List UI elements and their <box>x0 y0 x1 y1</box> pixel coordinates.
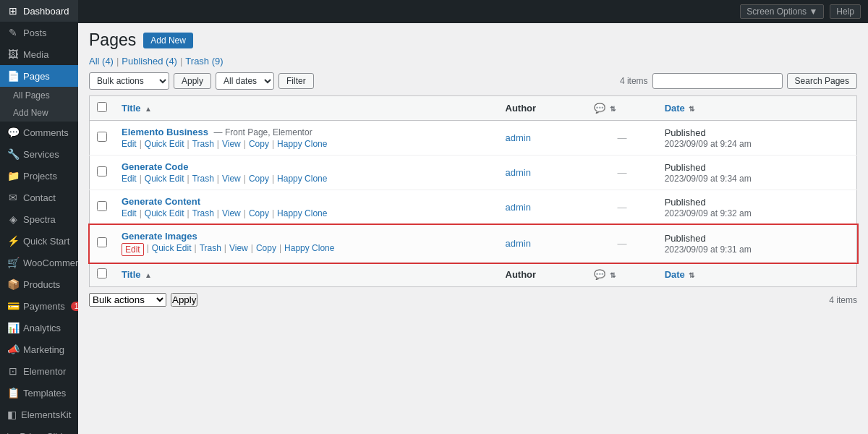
add-new-button[interactable]: Add New <box>143 33 193 48</box>
bottom-apply-button[interactable]: Apply <box>171 293 197 307</box>
row-checkbox[interactable] <box>97 166 107 176</box>
table-row: Generate Images Edit | Quick Edit | Tras… <box>90 225 857 263</box>
copy-action[interactable]: Copy <box>249 174 269 184</box>
edit-action[interactable]: Edit <box>125 244 140 255</box>
row-checkbox-cell[interactable] <box>90 225 115 263</box>
select-all-footer[interactable] <box>90 263 115 287</box>
author-link[interactable]: admin <box>506 167 531 178</box>
search-input[interactable] <box>652 73 783 89</box>
bottom-bulk-actions-select[interactable]: Bulk actions Move to Trash <box>89 293 166 307</box>
sidebar-item-templates[interactable]: 📋 Templates <box>0 382 78 404</box>
sidebar-item-elementskit[interactable]: ◧ ElementsKit <box>0 404 78 425</box>
select-all-checkbox[interactable] <box>97 102 107 112</box>
contact-icon: ✉ <box>7 192 19 203</box>
sidebar-item-quick-start[interactable]: ⚡ Quick Start <box>0 230 78 252</box>
filter-tab-all[interactable]: All (4) <box>89 56 114 67</box>
row-checkbox[interactable] <box>97 201 107 211</box>
sidebar-item-services[interactable]: 🔧 Services <box>0 143 78 165</box>
copy-action[interactable]: Copy <box>249 208 269 218</box>
page-title-link[interactable]: Elemento Business <box>122 127 208 137</box>
copy-action[interactable]: Copy <box>256 243 276 256</box>
sidebar-item-woocommerce[interactable]: 🛒 WooCommerce <box>0 252 78 273</box>
row-checkbox[interactable] <box>97 132 107 142</box>
filter-tab-trash[interactable]: Trash (9) <box>185 56 223 67</box>
sidebar-item-pages[interactable]: 📄 Pages <box>0 65 78 87</box>
page-title-link[interactable]: Generate Content <box>122 196 200 207</box>
date-column-header[interactable]: Date ⇅ <box>658 96 857 121</box>
date-footer-header[interactable]: Date ⇅ <box>658 263 857 287</box>
screen-options-button[interactable]: Screen Options ▼ <box>740 4 824 19</box>
row-checkbox-cell[interactable] <box>90 121 115 156</box>
copy-action[interactable]: Copy <box>249 139 269 149</box>
analytics-icon: 📊 <box>7 322 19 333</box>
title-footer-sort-link[interactable]: Title ▲ <box>122 269 152 280</box>
view-action[interactable]: View <box>222 174 241 184</box>
title-footer-header[interactable]: Title ▲ <box>114 263 498 287</box>
edit-action[interactable]: Edit <box>122 139 137 149</box>
author-link[interactable]: admin <box>506 238 531 249</box>
happy-clone-action[interactable]: Happy Clone <box>284 243 334 256</box>
happy-clone-action[interactable]: Happy Clone <box>277 174 327 184</box>
date-footer-sort-link[interactable]: Date ⇅ <box>665 269 695 280</box>
trash-action[interactable]: Trash <box>192 208 214 218</box>
table-row: Generate Code Edit | Quick Edit | Trash … <box>90 156 857 190</box>
date-status: Published <box>665 233 706 244</box>
row-checkbox-cell[interactable] <box>90 190 115 225</box>
search-pages-button[interactable]: Search Pages <box>787 73 857 89</box>
sidebar-item-marketing[interactable]: 📣 Marketing <box>0 339 78 360</box>
author-link[interactable]: admin <box>506 132 531 143</box>
quick-edit-action[interactable]: Quick Edit <box>145 174 184 184</box>
edit-action[interactable]: Edit <box>122 174 137 184</box>
view-action[interactable]: View <box>222 139 241 149</box>
row-comments-cell: — <box>587 156 657 190</box>
sidebar-item-products[interactable]: 📦 Products <box>0 273 78 295</box>
row-checkbox[interactable] <box>97 237 107 247</box>
sidebar-item-analytics[interactable]: 📊 Analytics <box>0 317 78 339</box>
page-title-link[interactable]: Generate Code <box>122 161 188 172</box>
page-title: Pages <box>89 30 136 50</box>
sidebar-item-label: Products <box>23 279 60 290</box>
sidebar-item-elementor[interactable]: ⊡ Elementor <box>0 360 78 382</box>
sidebar-item-prime-slider[interactable]: ▶ Prime Slider <box>0 425 78 434</box>
sidebar-item-media[interactable]: 🖼 Media <box>0 43 78 65</box>
filter-button[interactable]: Filter <box>278 73 314 89</box>
page-title-link[interactable]: Generate Images <box>122 231 197 242</box>
sidebar-item-spectra[interactable]: ◈ Spectra <box>0 208 78 230</box>
edit-action[interactable]: Edit <box>122 208 137 218</box>
table-header-row: Title ▲ Author 💬 ⇅ Date ⇅ <box>90 96 857 121</box>
happy-clone-action[interactable]: Happy Clone <box>277 208 327 218</box>
sidebar-item-add-new-page[interactable]: Add New <box>0 104 78 122</box>
row-date-cell: Published 2023/09/09 at 9:34 am <box>658 156 857 190</box>
title-sort-link[interactable]: Title ▲ <box>122 103 152 114</box>
apply-button[interactable]: Apply <box>174 73 211 89</box>
title-column-header[interactable]: Title ▲ <box>114 96 498 121</box>
sidebar-item-all-pages[interactable]: All Pages <box>0 87 78 104</box>
sidebar-item-label: Comments <box>23 127 69 138</box>
sidebar-item-dashboard[interactable]: ⊞ Dashboard <box>0 0 78 22</box>
date-sort-link[interactable]: Date ⇅ <box>665 103 695 114</box>
view-action[interactable]: View <box>222 208 241 218</box>
trash-action[interactable]: Trash <box>192 139 214 149</box>
quick-edit-action[interactable]: Quick Edit <box>145 208 184 218</box>
table-row: Generate Content Edit | Quick Edit | Tra… <box>90 190 857 225</box>
dates-select[interactable]: All dates <box>216 72 274 90</box>
happy-clone-action[interactable]: Happy Clone <box>277 139 327 149</box>
author-link[interactable]: admin <box>506 202 531 213</box>
help-button[interactable]: Help <box>830 4 861 19</box>
sidebar-item-posts[interactable]: ✎ Posts <box>0 22 78 43</box>
quick-edit-action[interactable]: Quick Edit <box>152 243 192 256</box>
select-all-header[interactable] <box>90 96 115 121</box>
quick-edit-action[interactable]: Quick Edit <box>145 139 184 149</box>
trash-action[interactable]: Trash <box>200 243 221 256</box>
sidebar-item-label: WooCommerce <box>23 258 78 268</box>
select-all-footer-checkbox[interactable] <box>97 268 107 278</box>
filter-tab-published[interactable]: Published (4) <box>122 56 177 67</box>
trash-action[interactable]: Trash <box>192 174 214 184</box>
sidebar-item-contact[interactable]: ✉ Contact <box>0 187 78 208</box>
sidebar-item-projects[interactable]: 📁 Projects <box>0 165 78 187</box>
view-action[interactable]: View <box>229 243 248 256</box>
sidebar-item-payments[interactable]: 💳 Payments 1 <box>0 295 78 317</box>
row-checkbox-cell[interactable] <box>90 156 115 190</box>
bulk-actions-select[interactable]: Bulk actions Move to Trash <box>89 72 169 90</box>
sidebar-item-comments[interactable]: 💬 Comments <box>0 122 78 143</box>
